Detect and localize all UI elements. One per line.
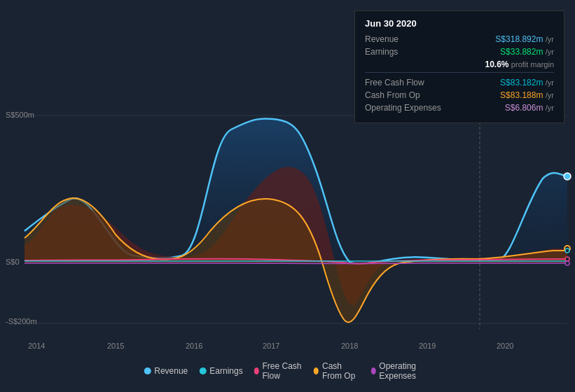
margin-value: 10.6% — [485, 59, 508, 69]
tooltip-label-opex: Operating Expenses — [365, 103, 442, 113]
legend-label-cashfromop: Cash From Op — [322, 361, 360, 381]
legend-dot-cashfromop — [314, 368, 319, 374]
y-label-top: S$500m — [6, 111, 34, 119]
tooltip-value-margin: 10.6% profit margin — [485, 59, 554, 69]
legend-fcf[interactable]: Free Cash Flow — [254, 361, 303, 381]
tooltip-row-opex: Operating Expenses S$6.806m /yr — [365, 103, 554, 113]
revenue-dot — [564, 173, 571, 180]
x-label-2018: 2018 — [341, 342, 358, 350]
cashfromop-value: S$83.188m — [500, 90, 543, 100]
tooltip-label-fcf: Free Cash Flow — [365, 78, 442, 88]
legend-label-earnings: Earnings — [209, 366, 242, 376]
tooltip-row-cashfromop: Cash From Op S$83.188m /yr — [365, 90, 554, 100]
legend-dot-revenue — [144, 368, 151, 374]
revenue-value: S$318.892m — [495, 34, 543, 44]
y-label-mid: S$0 — [6, 258, 20, 266]
legend-label-revenue: Revenue — [154, 366, 188, 376]
margin-label: profit margin — [511, 60, 554, 69]
x-label-2014: 2014 — [28, 342, 45, 350]
tooltip-title: Jun 30 2020 — [365, 18, 554, 29]
tooltip-row-earnings: Earnings S$33.882m /yr — [365, 47, 554, 57]
chart-container: S$500m S$0 -S$200m 2014 2015 2016 2017 2… — [0, 0, 575, 392]
tooltip-value-opex: S$6.806m /yr — [505, 103, 554, 113]
legend-revenue[interactable]: Revenue — [144, 366, 188, 376]
legend-earnings[interactable]: Earnings — [199, 366, 242, 376]
tooltip-row-margin: 10.6% profit margin — [365, 59, 554, 69]
legend-dot-earnings — [199, 368, 206, 374]
x-label-2016: 2016 — [186, 342, 202, 350]
tooltip-value-cashfromop: S$83.188m /yr — [500, 90, 554, 100]
legend-label-opex: Operating Expenses — [379, 361, 431, 381]
legend-dot-fcf — [254, 368, 259, 374]
cashfromop-unit: /yr — [546, 91, 554, 99]
opex-unit: /yr — [546, 104, 554, 112]
legend-cashfromop[interactable]: Cash From Op — [314, 361, 359, 381]
x-label-2015: 2015 — [107, 342, 124, 350]
earnings-value: S$33.882m — [500, 47, 543, 57]
tooltip-row-revenue: Revenue S$318.892m /yr — [365, 34, 554, 44]
legend-label-fcf: Free Cash Flow — [262, 361, 303, 381]
x-label-2020: 2020 — [497, 342, 513, 350]
fcf-dot — [565, 257, 569, 261]
fcf-value: S$83.182m — [500, 78, 543, 88]
tooltip-value-revenue: S$318.892m /yr — [495, 34, 554, 44]
tooltip-label-cashfromop: Cash From Op — [365, 90, 442, 100]
y-label-bottom: -S$200m — [6, 317, 37, 326]
tooltip-label-earnings: Earnings — [365, 47, 442, 57]
opex-dot — [565, 261, 569, 265]
tooltip-divider — [365, 72, 554, 75]
tooltip-label-revenue: Revenue — [365, 34, 442, 44]
x-label-2019: 2019 — [419, 342, 436, 350]
tooltip-row-fcf: Free Cash Flow S$83.182m /yr — [365, 78, 554, 88]
earnings-unit: /yr — [546, 48, 554, 56]
tooltip-value-fcf: S$83.182m /yr — [500, 78, 554, 88]
opex-value: S$6.806m — [505, 103, 543, 113]
fcf-unit: /yr — [546, 78, 554, 87]
x-label-2017: 2017 — [263, 342, 279, 350]
tooltip-value-earnings: S$33.882m /yr — [500, 47, 554, 57]
tooltip-box: Jun 30 2020 Revenue S$318.892m /yr Earni… — [354, 10, 564, 123]
legend-opex[interactable]: Operating Expenses — [370, 361, 431, 381]
revenue-unit: /yr — [546, 35, 554, 43]
legend-dot-opex — [370, 368, 375, 374]
earnings-dot — [565, 248, 569, 253]
chart-legend: Revenue Earnings Free Cash Flow Cash Fro… — [144, 361, 431, 381]
